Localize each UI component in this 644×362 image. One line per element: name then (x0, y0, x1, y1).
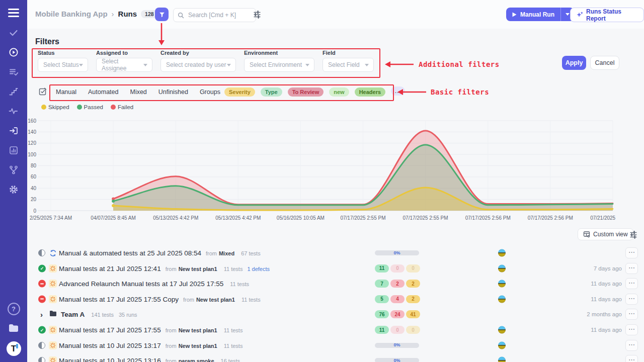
runs-status-report-button[interactable]: Runs Status Report (570, 8, 644, 22)
tab-manual[interactable]: Manual (56, 88, 76, 96)
row-menu-button[interactable]: ⋯ (625, 355, 638, 362)
list-check-icon[interactable] (9, 67, 19, 77)
chevron-down-icon (79, 64, 83, 66)
tag-pill-headers[interactable]: Headers (355, 87, 385, 97)
additional-filters-annotation-label: Additional filters (419, 60, 500, 68)
row-menu-button[interactable]: ⋯ (625, 247, 638, 258)
run-row[interactable]: ›Team A141 tests35 runs7624412 months ag… (0, 307, 644, 322)
breadcrumb-project[interactable]: Mobile Banking App (35, 10, 108, 18)
steps-icon[interactable] (9, 86, 19, 97)
legend-item-skipped[interactable]: Skipped (41, 104, 69, 110)
svg-text:140: 140 (28, 129, 36, 135)
row-menu-button[interactable]: ⋯ (625, 324, 638, 335)
run-name[interactable]: Manual tests at 17 Jul 2025 17:55 Copy (59, 296, 179, 303)
run-name[interactable]: Manual tests at 17 Jul 2025 17:55 (59, 326, 161, 334)
run-name[interactable]: Team A (61, 311, 85, 318)
plan-name[interactable]: New test plan1 (179, 343, 217, 349)
filter-select[interactable]: Select Status (38, 58, 88, 72)
filter-field-created-by: Created bySelect created by user (160, 50, 236, 72)
bar-chart-icon[interactable] (9, 145, 19, 155)
tag-pill-new[interactable]: new (329, 87, 349, 97)
run-name[interactable]: Advanced Relaunch Manual tests at 17 Jul… (59, 280, 223, 288)
cancel-button[interactable]: Cancel (590, 56, 619, 70)
row-menu-button[interactable]: ⋯ (625, 294, 638, 305)
tab-unfinished[interactable]: Unfinished (158, 88, 188, 96)
status-progress-icon (38, 357, 45, 362)
filter-select[interactable]: Select Assignee (96, 58, 152, 72)
apply-button[interactable]: Apply (562, 56, 586, 70)
expand-chevron-icon[interactable]: › (40, 310, 43, 319)
legend-item-passed[interactable]: Passed (77, 104, 103, 110)
view-settings-icon[interactable] (629, 231, 637, 241)
run-name-line: Team A141 tests35 runs (61, 310, 137, 319)
run-name[interactable]: Manual & automated tests at 25 Jul 2025 … (59, 249, 201, 257)
run-row[interactable]: ✓Manual tests at 17 Jul 2025 17:55fromNe… (0, 322, 644, 337)
tab-mixed[interactable]: Mixed (130, 88, 146, 96)
filter-field-environment: EnvironmentSelect Environment (244, 50, 314, 72)
from-label: from (206, 250, 217, 256)
filter-button[interactable] (155, 8, 169, 21)
run-row[interactable]: Manual tests at 10 Jul 2025 13:16frompar… (0, 353, 644, 362)
plan-name[interactable]: param smoke (179, 358, 214, 362)
play-circle-icon[interactable] (9, 47, 19, 57)
import-icon[interactable] (9, 126, 19, 136)
plan-name[interactable]: New test plan1 (179, 266, 217, 272)
filter-select-placeholder: Select Environment (250, 61, 302, 68)
run-name-line: Manual tests at 10 Jul 2025 13:16frompar… (59, 356, 240, 362)
tab-groups[interactable]: Groups (200, 88, 220, 96)
progress-bar: 0% (375, 358, 419, 362)
run-age: 2 months ago (587, 311, 622, 317)
git-branch-icon[interactable] (9, 165, 19, 175)
run-name[interactable]: Manual tests at 10 Jul 2025 13:17 (59, 342, 161, 349)
search-settings-icon[interactable] (253, 11, 261, 21)
run-row[interactable]: Advanced Relaunch Manual tests at 17 Jul… (0, 276, 644, 291)
filter-field-status: StatusSelect Status (38, 50, 88, 72)
search-input[interactable] (187, 11, 245, 19)
run-name[interactable]: Manual tests at 21 Jul 2025 12:41 (59, 265, 161, 273)
hamburger-icon[interactable] (8, 9, 19, 17)
run-name[interactable]: Manual tests at 10 Jul 2025 13:16 (59, 357, 161, 362)
browser-env-icon (498, 249, 506, 257)
filter-select[interactable]: Select Field (323, 58, 374, 72)
gear-icon[interactable] (9, 185, 19, 195)
filter-select[interactable]: Select Environment (244, 58, 314, 72)
activity-icon[interactable] (9, 106, 19, 116)
help-icon[interactable]: ? (8, 303, 20, 315)
tag-pill-type[interactable]: Type (261, 87, 282, 97)
manual-run-button[interactable]: Manual Run (506, 8, 574, 21)
tag-pill-to-review[interactable]: To Review (288, 87, 324, 97)
breadcrumb: Mobile Banking App › Runs 128 (35, 10, 158, 18)
plan-name[interactable]: New test plan1 (196, 297, 235, 303)
row-menu-button[interactable]: ⋯ (625, 278, 638, 289)
runs-count: 35 runs (119, 312, 137, 318)
row-menu-button[interactable]: ⋯ (625, 340, 638, 351)
tab-automated[interactable]: Automated (88, 88, 118, 96)
projects-folder-icon[interactable] (8, 322, 20, 334)
defects-link[interactable]: 1 defects (247, 266, 270, 272)
progress-bar: 0% (375, 343, 419, 348)
row-menu-button[interactable]: ⋯ (625, 263, 638, 274)
manual-run-icon (49, 280, 57, 288)
compose-check-icon[interactable] (38, 87, 47, 98)
svg-text:07/17/2025 2:56 PM: 07/17/2025 2:56 PM (465, 215, 511, 221)
plan-name[interactable]: Mixed (219, 250, 234, 256)
from-label: from (166, 266, 177, 272)
run-row[interactable]: ✓Manual tests at 21 Jul 2025 12:41fromNe… (0, 261, 644, 276)
custom-view-button[interactable]: Custom view (578, 228, 633, 240)
run-row[interactable]: Manual & automated tests at 25 Jul 2025 … (0, 245, 644, 260)
filter-field-field: FieldSelect Field (323, 50, 374, 72)
row-menu-button[interactable]: ⋯ (625, 309, 638, 320)
run-row[interactable]: Manual tests at 17 Jul 2025 17:55 Copyfr… (0, 292, 644, 307)
chevron-down-icon (227, 64, 231, 66)
result-badge-green: 7 (375, 280, 389, 288)
legend-item-failed[interactable]: Failed (111, 104, 133, 110)
run-row[interactable]: Manual tests at 10 Jul 2025 13:17fromNew… (0, 338, 644, 353)
more-tags-pill[interactable]: ... (391, 86, 405, 96)
plan-name[interactable]: New test plan1 (179, 327, 217, 333)
tag-pill-severity[interactable]: Severity (224, 87, 255, 97)
app-logo[interactable]: T (7, 341, 21, 356)
filter-field-label: Assigned to (96, 50, 152, 56)
from-label: from (166, 343, 177, 349)
check-icon[interactable] (9, 28, 19, 38)
filter-select[interactable]: Select created by user (160, 58, 236, 72)
